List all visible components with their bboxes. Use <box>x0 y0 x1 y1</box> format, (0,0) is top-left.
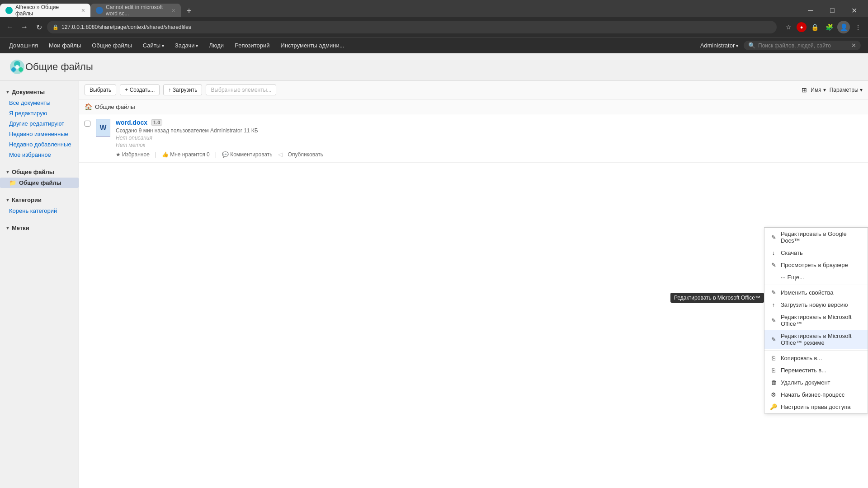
select-button[interactable]: Выбрать <box>85 84 116 95</box>
tab-word-close[interactable]: × <box>172 7 175 14</box>
svg-point-4 <box>15 65 19 69</box>
sidebar-categories-title[interactable]: Категории <box>0 194 79 206</box>
sidebar-recently-changed[interactable]: Недавно измененные <box>0 129 79 139</box>
nav-people[interactable]: Люди <box>207 38 226 52</box>
alfresco-logo <box>9 59 25 75</box>
menu-button[interactable]: ⋮ <box>852 21 864 33</box>
minimize-button[interactable]: ─ <box>800 4 821 17</box>
ctx-edit-props-label: Изменить свойства <box>781 289 833 296</box>
sidebar-section-tags: Метки <box>0 222 79 234</box>
nav-tasks[interactable]: Задачи <box>173 38 200 52</box>
ctx-move-label: Переместить в... <box>781 367 826 374</box>
sort-icon: ⊞ <box>802 86 807 94</box>
new-tab-button[interactable]: + <box>183 5 195 17</box>
search-close-icon[interactable]: ✕ <box>851 42 856 49</box>
sidebar-categories-root[interactable]: Корень категорий <box>0 206 79 216</box>
ctx-workflow[interactable]: ⚙ Начать бизнес-процесс <box>764 389 868 401</box>
nav-repo[interactable]: Репозиторий <box>233 38 271 52</box>
file-icon-word <box>96 119 110 137</box>
svg-point-3 <box>19 67 23 72</box>
selected-items-button[interactable]: Выбранные элементы... <box>206 84 276 95</box>
action-divider2: | <box>215 151 217 158</box>
nav-admin[interactable]: Инструменты админи... <box>279 38 346 52</box>
forward-button[interactable]: → <box>18 21 31 33</box>
app-nav: Домашняя Мои файлы Общие файлы Сайты Зад… <box>0 37 868 53</box>
star-icon: ★ <box>116 151 121 158</box>
back-button[interactable]: ← <box>4 21 16 33</box>
sidebar-tags-title[interactable]: Метки <box>0 222 79 234</box>
ctx-edit-ms-online[interactable]: ✎ Редактировать в Microsoft Office™ режи… <box>764 330 868 349</box>
sidebar-shared-files[interactable]: Общие файлы <box>0 178 79 188</box>
ctx-copy[interactable]: ⎘ Копировать в... <box>764 352 868 364</box>
sidebar-all-docs[interactable]: Все документы <box>0 98 79 108</box>
star-button[interactable]: ☆ <box>782 21 795 33</box>
file-item-word: word.docx 1.0 Создано 9 мин назад пользо… <box>79 114 868 163</box>
ctx-delete-label: Удалить документ <box>781 379 830 386</box>
page-header: Общие файлы <box>0 53 868 81</box>
url-bar[interactable]: 🔒 127.0.0.1:8080/share/page/context/shar… <box>47 21 777 33</box>
nav-right: Administrator 🔍 ✕ <box>700 41 861 50</box>
page-wrapper: Общие файлы Документы Все документы Я ре… <box>0 53 868 488</box>
sidebar-recently-added[interactable]: Недавно добавленные <box>0 139 79 150</box>
comment-icon: 💬 <box>222 151 229 158</box>
ctx-download[interactable]: ↓ Скачать <box>764 247 868 259</box>
sort-button[interactable]: Имя ▾ <box>811 87 826 93</box>
admin-dropdown[interactable]: Administrator <box>700 42 738 49</box>
search-input[interactable] <box>758 42 849 49</box>
extension-btn1[interactable]: ● <box>797 22 807 32</box>
file-like-action[interactable]: 👍 Мне нравится 0 <box>162 151 210 158</box>
address-bar: ← → ↻ 🔒 127.0.0.1:8080/share/page/contex… <box>0 17 868 37</box>
extension-btn3[interactable]: 🧩 <box>823 21 835 33</box>
ctx-upload-version[interactable]: ↑ Загрузить новую версию <box>764 299 868 311</box>
like-icon: 👍 <box>162 151 169 158</box>
ctx-move[interactable]: ⎘ Переместить в... <box>764 364 868 376</box>
tab-alfresco[interactable]: Alfresco » Общие файлы × <box>0 4 90 17</box>
ctx-edit-google[interactable]: ✎ Редактировать в Google Docs™ <box>764 228 868 247</box>
file-favorite-action[interactable]: ★ Избранное <box>116 151 150 158</box>
close-button[interactable]: ✕ <box>844 4 864 17</box>
sidebar-divider2 <box>0 190 79 194</box>
sidebar-favorites[interactable]: Мое избранное <box>0 150 79 160</box>
sidebar-editing[interactable]: Я редактирую <box>0 108 79 118</box>
ctx-permissions[interactable]: 🔑 Настроить права доступа <box>764 401 868 413</box>
ctx-workflow-label: Начать бизнес-процесс <box>781 391 844 398</box>
profile-button[interactable]: 👤 <box>837 21 850 33</box>
extension-btn2[interactable]: 🔒 <box>808 21 821 33</box>
tab-word[interactable]: Cannot edit in microsoft word sc... × <box>90 4 181 17</box>
ctx-edit-props[interactable]: ✎ Изменить свойства <box>764 286 868 299</box>
nav-shared[interactable]: Общие файлы <box>90 38 133 52</box>
file-comment-action[interactable]: 💬 Комментировать <box>222 151 272 158</box>
file-publish-action[interactable]: Опубликовать <box>288 151 323 158</box>
ctx-edit-ms-online-label: Редактировать в Microsoft Office™ режиме <box>781 333 862 346</box>
upload-button[interactable]: ↑ Загрузить <box>163 84 202 95</box>
params-button[interactable]: Параметры ▾ <box>830 87 863 93</box>
word-tab-icon <box>96 7 103 14</box>
create-button[interactable]: + Создать... <box>120 84 160 95</box>
tab-alfresco-close[interactable]: × <box>81 7 85 14</box>
sidebar-docs-title[interactable]: Документы <box>0 86 79 98</box>
sidebar-shared-title[interactable]: Общие файлы <box>0 166 79 178</box>
secure-icon: 🔒 <box>52 24 59 30</box>
file-name[interactable]: word.docx 1.0 <box>116 119 863 126</box>
copy-icon: ⎘ <box>770 355 777 361</box>
file-list: word.docx 1.0 Создано 9 мин назад пользо… <box>79 114 868 488</box>
params-arrow-icon: ▾ <box>860 87 863 93</box>
ctx-edit-ms[interactable]: ✎ Редактировать в Microsoft Office™ <box>764 311 868 330</box>
ctx-delete[interactable]: 🗑 Удалить документ <box>764 376 868 389</box>
nav-sites[interactable]: Сайты <box>141 38 166 52</box>
action-divider1: | <box>155 151 156 158</box>
file-tags: Нет меток <box>116 142 863 148</box>
reload-button[interactable]: ↻ <box>33 21 45 33</box>
maximize-button[interactable]: □ <box>822 4 843 17</box>
ctx-divider1 <box>764 285 868 285</box>
ctx-view-browser-label: Просмотреть в браузере <box>781 262 848 268</box>
ctx-more[interactable]: ··· Еще... <box>764 271 868 283</box>
nav-home[interactable]: Домашняя <box>7 38 40 52</box>
favorite-label: Избранное <box>122 151 150 158</box>
sidebar-others-editing[interactable]: Другие редактируют <box>0 118 79 129</box>
browser-actions: ☆ ● 🔒 🧩 👤 ⋮ <box>782 21 864 33</box>
ctx-view-browser[interactable]: ✎ Просмотреть в браузере <box>764 259 868 271</box>
sort-arrow-icon: ▾ <box>823 87 826 93</box>
nav-myfiles[interactable]: Мои файлы <box>47 38 83 52</box>
file-checkbox[interactable] <box>85 121 90 127</box>
